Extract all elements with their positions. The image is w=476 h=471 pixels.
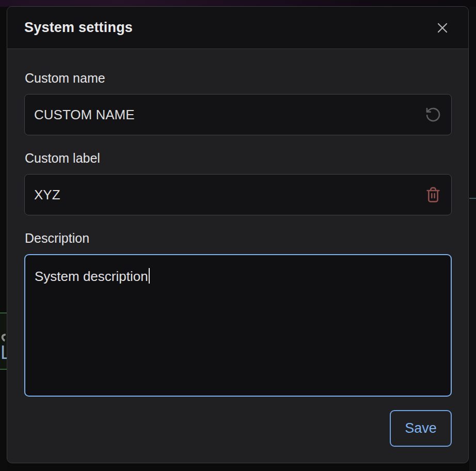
custom-name-input[interactable] xyxy=(24,94,452,135)
description-text: System description xyxy=(35,269,148,284)
reset-custom-name-button[interactable] xyxy=(422,103,445,126)
reset-icon xyxy=(425,106,441,123)
system-settings-dialog: System settings Custom name Custo xyxy=(7,6,469,463)
background-right-sliver xyxy=(469,7,476,471)
text-cursor xyxy=(149,268,150,284)
dialog-header: System settings xyxy=(7,7,468,49)
background-peek-text: L xyxy=(1,343,7,362)
custom-label-label: Custom label xyxy=(25,150,452,166)
custom-name-label: Custom name xyxy=(25,70,452,86)
custom-label-input[interactable] xyxy=(24,174,452,215)
background-right-lower xyxy=(469,199,476,471)
save-button[interactable]: Save xyxy=(390,410,452,447)
background-left-card: L xyxy=(0,312,7,370)
description-textarea[interactable]: System description xyxy=(24,254,452,397)
dialog-title: System settings xyxy=(24,20,133,36)
close-button[interactable] xyxy=(432,18,453,38)
custom-name-row xyxy=(24,94,452,135)
delete-custom-label-button[interactable] xyxy=(422,183,445,206)
dialog-footer: Save xyxy=(24,410,452,447)
dialog-body: Custom name Custom label xyxy=(7,49,468,463)
custom-label-row xyxy=(24,174,452,215)
description-label: Description xyxy=(25,230,452,246)
background-left-sliver: L xyxy=(0,7,7,471)
trash-icon xyxy=(425,186,441,203)
close-icon xyxy=(434,20,451,36)
